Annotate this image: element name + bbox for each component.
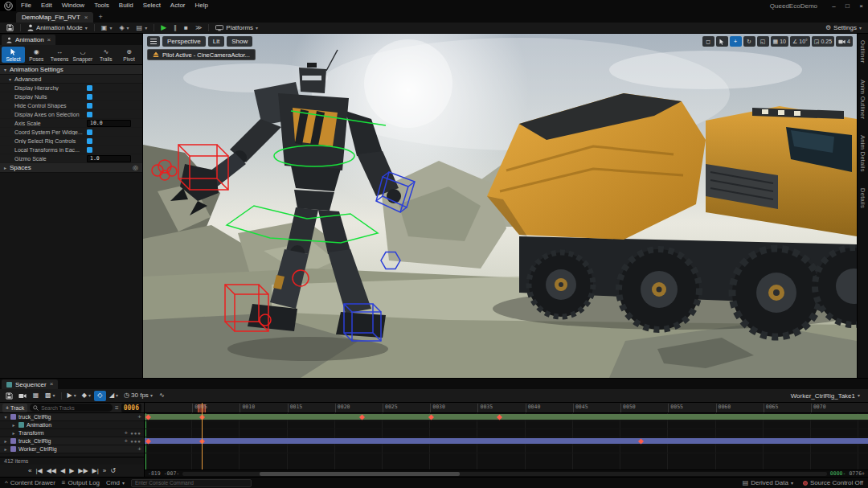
next-key-button[interactable]: ▶| [92,468,99,474]
cmd-dropdown[interactable]: Cmd▾ [106,479,125,486]
menu-file[interactable]: File [16,0,36,11]
content-drawer-button[interactable]: ^ Content Drawer [5,479,55,486]
blueprints-icon[interactable]: ◈▾ [116,23,132,33]
current-frame-display[interactable]: 0006 [121,404,141,412]
tab-animation[interactable]: Animation × [2,35,55,45]
keyframe[interactable] [359,414,365,420]
add-tab-icon[interactable]: + [93,12,107,23]
snap-options-icon[interactable]: ◢▾ [107,391,121,401]
perspective-dropdown[interactable]: Perspective [162,36,206,47]
keyframe[interactable] [428,414,433,420]
jump-to-end-button[interactable]: » [103,468,106,474]
close-icon[interactable]: × [84,14,88,21]
playback-options-icon[interactable]: ▶▾ [65,391,79,401]
maximize-button[interactable]: □ [841,0,854,11]
pilot-banner[interactable]: Pilot Active - CineCameraActor... [147,49,256,60]
track-section-green[interactable] [145,414,868,420]
view-mode-dropdown[interactable]: Lit [208,36,224,47]
actions-icon[interactable]: ▩▾ [43,391,58,401]
scrollbar-thumb[interactable] [260,472,459,476]
animation-settings-header[interactable]: ▾Animation Settings [0,65,142,75]
track-label[interactable]: Animation [27,422,51,428]
menu-build[interactable]: Build [114,0,138,11]
tool-pivot[interactable]: ⊕ Pivot [117,47,141,63]
tab-details[interactable]: Details [859,188,866,208]
playback-start-label[interactable]: 0000- [830,470,846,477]
keyframe[interactable] [497,414,502,420]
checkbox[interactable] [87,103,92,109]
keyframe[interactable] [145,414,151,420]
add-section-button[interactable]: + [124,430,128,437]
stop-button[interactable]: ■ [181,23,191,33]
editor-mode-dropdown[interactable]: Animation Mode ▾ [24,23,91,33]
tab-outliner[interactable]: Outliner [859,40,866,64]
menu-edit[interactable]: Edit [36,0,57,11]
checkbox[interactable] [87,129,92,135]
expand-caret-icon[interactable]: ▸ [11,422,16,428]
checkbox[interactable] [87,85,92,91]
expand-caret-icon[interactable]: ▾ [3,414,8,420]
scale-tool-icon[interactable]: ◱ [757,36,769,47]
tool-snapper[interactable]: ◡ Snapper [71,47,94,63]
save-icon[interactable] [3,391,15,401]
rotate-tool-icon[interactable]: ↻ [743,36,755,47]
camera-speed-button[interactable]: 4 [836,36,853,47]
track-search[interactable] [30,404,113,412]
timeline-row[interactable] [145,445,868,453]
timeline-row[interactable] [145,429,868,437]
sequence-breadcrumb[interactable]: Worker_CtrlRig_Take1▾ [791,392,865,400]
track-row-worker-ctrlrig[interactable]: ▸ Worker_CtrlRig + [0,445,144,453]
derived-data-button[interactable]: ▤ Derived Data▾ [743,479,793,486]
keyframe[interactable] [145,438,151,444]
view-start-label[interactable]: -007- [164,470,180,477]
camera-icon[interactable] [16,391,29,401]
spaces-options-icon[interactable]: ◎ [133,165,138,171]
grid-snap-toggle[interactable]: ▦10 [771,36,788,47]
track-label[interactable]: truck_CtrlRig [18,438,51,444]
range-start-label[interactable]: -819 [148,470,161,477]
select-tool-icon[interactable] [716,36,728,47]
advanced-header[interactable]: ▾Advanced [0,75,142,84]
menu-help[interactable]: Help [190,0,213,11]
pause-button[interactable]: ∥ [170,23,180,33]
track-options-icon[interactable]: ●●● [130,431,141,436]
expand-caret-icon[interactable]: ▸ [11,430,16,436]
render-movie-icon[interactable]: ▦ [30,391,42,401]
console-input[interactable] [131,479,252,487]
tab-sequencer[interactable]: Sequencer × [2,379,58,389]
track-row-transform[interactable]: ▸ Transform + ●●● [0,429,144,437]
spaces-header[interactable]: ▸Spaces ◎ [0,163,142,173]
show-dropdown[interactable]: Show [227,36,252,47]
scale-snap-toggle[interactable]: ◲0.25 [812,36,834,47]
level-viewport[interactable]: Perspective Lit Show Pilot Active - Cine… [143,34,857,378]
close-icon[interactable]: × [50,381,54,388]
timeline-row[interactable] [145,413,868,421]
curve-editor-icon[interactable]: ∿ [156,391,168,401]
track-options-icon[interactable]: ●●● [130,439,141,444]
checkbox[interactable] [87,138,92,144]
playhead[interactable] [202,403,203,470]
track-section-blue[interactable] [145,438,868,444]
expand-caret-icon[interactable]: ▸ [3,446,8,452]
tool-select[interactable]: Select [2,47,25,63]
axis-scale-input[interactable]: 10.0 [87,120,131,127]
track-row-truck-ctrlrig-2[interactable]: ▸ truck_CtrlRig + ●●● [0,437,144,445]
rotation-snap-toggle[interactable]: ∠10° [790,36,810,47]
viewport-scene[interactable] [143,34,857,378]
track-row-truck-ctrlrig[interactable]: ▾ truck_CtrlRig + [0,413,144,421]
skip-button[interactable]: ≫ [192,23,205,33]
timeline-scrollbar[interactable] [182,472,827,476]
timeline-ruler[interactable]: 0005001000150020002500300035004000450050… [145,403,868,413]
level-tab[interactable]: DemoMap_Fin_RVT × [16,12,93,23]
menu-actor[interactable]: Actor [166,0,190,11]
add-content-icon[interactable]: ▣▾ [98,23,116,33]
loop-toggle[interactable]: ↺ [110,468,116,474]
play-button[interactable]: ▶ [158,23,170,33]
view-end-label[interactable]: 0776+ [849,470,865,477]
menu-window[interactable]: Window [57,0,89,11]
close-icon[interactable]: × [47,37,51,43]
keyframe[interactable] [637,438,643,444]
expand-caret-icon[interactable]: ▸ [3,438,8,444]
play-button[interactable]: ▶ [69,468,74,474]
filter-icon[interactable]: ≡ [115,404,119,412]
